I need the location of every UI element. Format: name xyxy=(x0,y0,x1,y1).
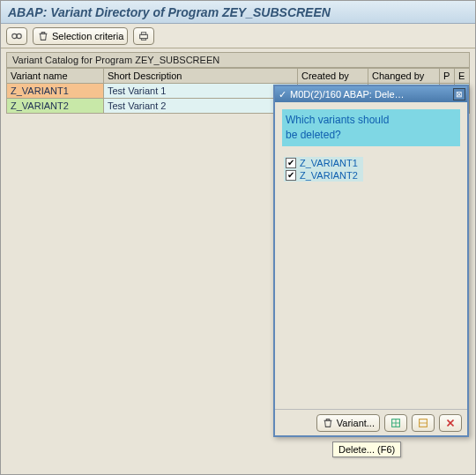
col-short-desc[interactable]: Short Description xyxy=(104,69,298,84)
svg-rect-3 xyxy=(142,32,146,34)
print-button[interactable] xyxy=(133,27,154,45)
delete-variant-button[interactable]: Variant... xyxy=(316,414,380,432)
deselect-all-icon xyxy=(417,417,429,429)
delete-dialog: ✓ M0D(2)/160 ABAP: Dele… ⊠ Which variant… xyxy=(273,85,469,437)
trash-icon xyxy=(37,30,49,42)
checkbox-icon[interactable]: ✔ xyxy=(286,170,296,181)
select-all-button[interactable] xyxy=(384,414,407,432)
close-icon[interactable]: ⊠ xyxy=(453,88,465,100)
col-changed-by[interactable]: Changed by xyxy=(368,69,440,84)
app-toolbar: Selection criteria xyxy=(1,24,475,48)
col-variant-name[interactable]: Variant name xyxy=(7,69,104,84)
svg-rect-4 xyxy=(142,38,146,40)
deselect-all-button[interactable] xyxy=(412,414,435,432)
trash-icon xyxy=(322,417,334,429)
table-header-row: Variant name Short Description Created b… xyxy=(7,69,470,84)
dialog-prompt: Which variants should be deleted? xyxy=(282,109,460,146)
list-item-label: Z_VARIANT2 xyxy=(300,170,358,181)
col-e[interactable]: E xyxy=(455,69,470,84)
svg-rect-2 xyxy=(140,34,148,38)
cell-short-desc: Test Variant 2 xyxy=(104,99,298,114)
col-p[interactable]: P xyxy=(440,69,455,84)
dialog-footer: Variant... xyxy=(275,409,467,435)
col-created-by[interactable]: Created by xyxy=(298,69,368,84)
variant-list: ✔ Z_VARIANT1 ✔ Z_VARIANT2 xyxy=(284,157,458,405)
list-item[interactable]: ✔ Z_VARIANT1 xyxy=(284,157,363,169)
display-icon xyxy=(11,30,23,42)
window-title: ABAP: Variant Directory of Program ZEY_S… xyxy=(1,1,475,24)
select-all-icon xyxy=(390,417,402,429)
svg-point-1 xyxy=(17,33,21,38)
list-item-label: Z_VARIANT1 xyxy=(300,158,358,168)
cancel-button[interactable] xyxy=(439,414,462,432)
sap-window: ABAP: Variant Directory of Program ZEY_S… xyxy=(0,0,476,475)
dialog-title-text: M0D(2)/160 ABAP: Dele… xyxy=(290,89,405,100)
delete-variant-label: Variant... xyxy=(337,418,375,428)
tooltip: Delete... (F6) xyxy=(332,442,401,457)
display-button[interactable] xyxy=(6,27,27,45)
delete-button[interactable]: Selection criteria xyxy=(33,27,128,45)
content-area: Variant Catalog for Program ZEY_SUBSCREE… xyxy=(6,52,470,469)
dialog-title: ✓ M0D(2)/160 ABAP: Dele… ⊠ xyxy=(275,86,467,102)
cancel-icon xyxy=(444,417,457,429)
list-item[interactable]: ✔ Z_VARIANT2 xyxy=(284,169,363,182)
cell-short-desc: Test Variant 1 xyxy=(104,84,298,99)
selection-criteria-label: Selection criteria xyxy=(52,31,123,41)
prompt-line: Which variants should xyxy=(286,113,457,128)
prompt-line: be deleted? xyxy=(286,128,457,143)
svg-point-0 xyxy=(12,33,17,38)
print-icon xyxy=(138,30,150,42)
cell-variant-name: Z_VARIANT1 xyxy=(7,84,104,99)
cell-variant-name: Z_VARIANT2 xyxy=(7,99,104,114)
catalog-header: Variant Catalog for Program ZEY_SUBSCREE… xyxy=(6,52,470,68)
checkbox-icon[interactable]: ✔ xyxy=(286,158,296,168)
